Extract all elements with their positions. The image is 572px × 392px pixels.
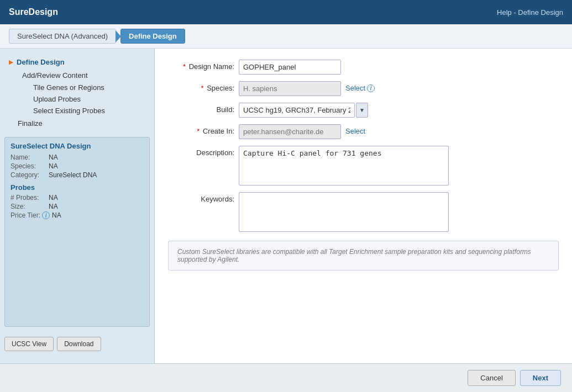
- design-info-box: SureSelect DNA Design Name: NA Species: …: [4, 137, 150, 327]
- expand-arrow-icon: ▶: [9, 59, 13, 65]
- keywords-label: Keywords:: [168, 192, 234, 203]
- keywords-textarea[interactable]: [239, 192, 449, 232]
- download-button[interactable]: Download: [57, 337, 101, 351]
- breadcrumb-step1[interactable]: SureSelect DNA (Advanced): [9, 29, 116, 44]
- info-name-value: NA: [49, 153, 58, 161]
- info-row-species: Species: NA: [11, 162, 144, 170]
- info-category-value: SureSelect DNA: [49, 171, 97, 179]
- info-probes-value: NA: [49, 194, 58, 202]
- help-link[interactable]: Help - Define Design: [497, 8, 563, 17]
- form-row-species: * Species: Select i: [168, 81, 559, 96]
- form-row-create-in: * Create In: Select: [168, 124, 559, 139]
- design-info-title: SureSelect DNA Design: [11, 142, 144, 150]
- create-in-select-link[interactable]: Select: [345, 124, 365, 135]
- build-label: Build:: [168, 103, 234, 114]
- sidebar: ▶ Define Design Add/Review Content Tile …: [0, 49, 155, 363]
- app-header: SureDesign Help - Define Design: [0, 0, 572, 24]
- breadcrumb-arrow: [116, 30, 121, 43]
- next-button[interactable]: Next: [520, 370, 561, 386]
- footer: Cancel Next: [0, 363, 572, 392]
- probes-title: Probes: [11, 183, 144, 192]
- species-select-link[interactable]: Select i: [345, 81, 375, 92]
- info-species-value: NA: [49, 162, 58, 170]
- build-select-container: ▼: [239, 103, 368, 118]
- info-row-price-tier: Price Tier: i NA: [11, 211, 144, 219]
- design-name-label: * Design Name:: [168, 60, 234, 71]
- info-price-label: Price Tier: i: [11, 211, 50, 219]
- build-input[interactable]: [239, 103, 355, 118]
- build-dropdown-button[interactable]: ▼: [356, 103, 368, 118]
- form-row-build: Build: ▼: [168, 103, 559, 118]
- form-row-design-name: * Design Name:: [168, 60, 559, 75]
- sidebar-define-label: Define Design: [17, 58, 65, 66]
- sidebar-sub-add-review: Add/Review Content Tile Genes or Regions…: [4, 69, 150, 116]
- content-area: * Design Name: * Species: Select i Build…: [155, 49, 572, 363]
- main-layout: ▶ Define Design Add/Review Content Tile …: [0, 49, 572, 363]
- species-info-icon[interactable]: i: [367, 84, 375, 92]
- description-label: Description:: [168, 146, 234, 157]
- info-row-probes: # Probes: NA: [11, 194, 144, 202]
- sidebar-buttons: UCSC View Download: [0, 331, 154, 357]
- sidebar-item-add-review[interactable]: Add/Review Content: [18, 69, 150, 82]
- species-input: [239, 81, 341, 96]
- info-price-value: NA: [52, 211, 61, 219]
- cancel-button[interactable]: Cancel: [468, 370, 515, 386]
- info-size-value: NA: [49, 203, 58, 210]
- notice-box: Custom SureSelect libraries are compatib…: [168, 241, 559, 271]
- sidebar-item-define-design[interactable]: ▶ Define Design: [4, 55, 150, 69]
- info-row-category: Category: SureSelect DNA: [11, 171, 144, 179]
- sidebar-item-upload-probes[interactable]: Upload Probes: [29, 93, 150, 105]
- breadcrumb-step2[interactable]: Define Design: [120, 29, 185, 44]
- info-probes-label: # Probes:: [11, 194, 46, 202]
- info-category-label: Category:: [11, 171, 46, 179]
- sidebar-item-finalize[interactable]: Finalize: [4, 116, 150, 130]
- sidebar-sub-sub: Tile Genes or Regions Upload Probes Sele…: [18, 82, 150, 116]
- price-tier-info-icon[interactable]: i: [42, 211, 50, 219]
- create-in-label: * Create In:: [168, 124, 234, 135]
- breadcrumb: SureSelect DNA (Advanced) Define Design: [0, 24, 572, 49]
- sidebar-item-select-existing[interactable]: Select Existing Probes: [29, 105, 150, 116]
- ucsc-view-button[interactable]: UCSC View: [4, 337, 54, 351]
- form-row-keywords: Keywords:: [168, 192, 559, 232]
- info-species-label: Species:: [11, 162, 46, 170]
- info-row-size: Size: NA: [11, 203, 144, 210]
- notice-text: Custom SureSelect libraries are compatib…: [177, 248, 531, 263]
- design-name-input[interactable]: [239, 60, 341, 75]
- description-textarea[interactable]: Capture Hi-C panel for 731 genes: [239, 146, 449, 186]
- species-label: * Species:: [168, 81, 234, 92]
- info-name-label: Name:: [11, 153, 46, 161]
- app-title: SureDesign: [9, 7, 58, 17]
- form-row-description: Description: Capture Hi-C panel for 731 …: [168, 146, 559, 186]
- info-size-label: Size:: [11, 203, 46, 210]
- info-row-name: Name: NA: [11, 153, 144, 161]
- sidebar-section-define: ▶ Define Design Add/Review Content Tile …: [0, 55, 154, 130]
- create-in-input: [239, 124, 341, 139]
- sidebar-item-tile-genes[interactable]: Tile Genes or Regions: [29, 82, 150, 93]
